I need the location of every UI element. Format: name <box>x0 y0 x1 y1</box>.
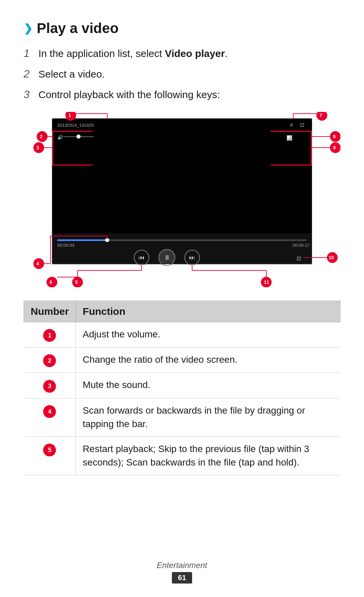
function-table: Number Function 1 Adjust the volume. 2 C… <box>24 301 340 475</box>
step-2-text: Select a video. <box>38 67 105 81</box>
num-badge-4: 4 <box>43 405 56 418</box>
num-badge-1: 1 <box>43 329 56 342</box>
footer-page-number: 61 <box>172 572 192 584</box>
table-row: 1 Adjust the volume. <box>24 322 340 348</box>
chevron-icon: ❯ <box>24 23 33 34</box>
table-cell-func-2: Change the ratio of the video screen. <box>76 348 340 373</box>
table-row: 2 Change the ratio of the video screen. <box>24 348 340 373</box>
table-row: 5 Restart playback; Skip to the previous… <box>24 437 340 475</box>
steps-list: 1 In the application list, select Video … <box>24 46 340 102</box>
table-cell-func-5: Restart playback; Skip to the previous f… <box>76 437 340 475</box>
num-badge-5: 5 <box>43 444 56 456</box>
table-cell-num-2: 2 <box>24 348 76 373</box>
page-footer: Entertainment 61 <box>0 561 364 584</box>
step-3-text: Control playback with the following keys… <box>38 88 220 102</box>
step-1-text: In the application list, select Video pl… <box>38 47 228 61</box>
table-cell-num-5: 5 <box>24 437 76 475</box>
step-1: 1 In the application list, select Video … <box>24 46 340 61</box>
table-cell-func-1: Adjust the volume. <box>76 322 340 348</box>
video-diagram: 20120314_131925 ≡ ⊡ 🔊 📊 <box>24 112 340 287</box>
step-3-num: 3 <box>24 87 33 102</box>
num-badge-3: 3 <box>43 380 56 393</box>
step-1-num: 1 <box>24 46 33 61</box>
table-row: 3 Mute the sound. <box>24 373 340 398</box>
page-title: Play a video <box>37 20 119 36</box>
step-3: 3 Control playback with the following ke… <box>24 87 340 102</box>
table-row: 4 Scan forwards or backwards in the file… <box>24 398 340 437</box>
table-cell-num-4: 4 <box>24 398 76 437</box>
table-header-function: Function <box>76 301 340 322</box>
table-cell-num-1: 1 <box>24 322 76 348</box>
num-badge-2: 2 <box>43 354 56 367</box>
table-cell-func-3: Mute the sound. <box>76 373 340 398</box>
table-cell-num-3: 3 <box>24 373 76 398</box>
footer-section-label: Entertainment <box>0 561 364 570</box>
step-2: 2 Select a video. <box>24 66 340 82</box>
page-content: ❯ Play a video 1 In the application list… <box>0 0 364 502</box>
step-2-num: 2 <box>24 66 33 82</box>
table-cell-func-4: Scan forwards or backwards in the file b… <box>76 398 340 437</box>
section-title: ❯ Play a video <box>24 20 340 36</box>
table-header-number: Number <box>24 301 76 322</box>
